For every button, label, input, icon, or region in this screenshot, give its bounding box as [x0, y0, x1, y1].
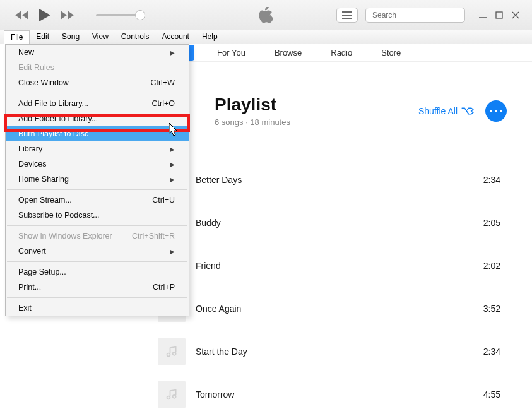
menu-view[interactable]: View [86, 30, 115, 44]
menu-item-close-window[interactable]: Close WindowCtrl+W [6, 75, 189, 90]
song-row[interactable]: Better Days2:34 [145, 158, 532, 201]
maximize-button[interactable] [495, 11, 503, 19]
play-button[interactable] [39, 9, 50, 21]
song-row[interactable]: Buddy2:05 [145, 201, 532, 244]
playback-controls [0, 9, 140, 21]
song-artwork-icon [158, 381, 186, 408]
apple-logo-icon [259, 7, 273, 23]
menu-item-label: Home Sharing [18, 175, 69, 184]
menu-separator [7, 225, 187, 226]
menu-item-exit[interactable]: Exit [6, 300, 189, 316]
menu-item-edit-rules: Edit Rules [6, 60, 189, 75]
menu-item-label: Add Folder to Library... [18, 114, 98, 123]
tab-store[interactable]: Store [375, 45, 407, 61]
song-row[interactable]: Start the Day2:34 [145, 330, 532, 373]
menu-item-label: New [18, 48, 34, 57]
tab-for-you[interactable]: For You [211, 45, 252, 61]
next-track-button[interactable] [61, 11, 74, 20]
menu-item-label: Page Setup... [18, 268, 66, 276]
menu-item-new[interactable]: New▶ [6, 45, 189, 60]
submenu-arrow-icon: ▶ [170, 49, 175, 56]
menu-item-open-stream[interactable]: Open Stream...Ctrl+U [6, 192, 189, 208]
song-name: Start the Day [196, 346, 473, 357]
menu-item-print[interactable]: Print...Ctrl+P [6, 280, 189, 295]
menu-item-label: Convert [18, 247, 46, 256]
song-row[interactable]: Tomorrow4:55 [145, 373, 532, 414]
menu-item-label: Print... [18, 283, 41, 292]
menu-help[interactable]: Help [196, 30, 224, 44]
song-row[interactable]: Friend2:02 [145, 244, 532, 287]
shuffle-icon [461, 106, 474, 116]
menu-item-devices[interactable]: Devices▶ [6, 157, 189, 172]
menu-controls[interactable]: Controls [115, 30, 156, 44]
playlist-subtitle: 6 songs · 18 minutes [215, 117, 290, 127]
volume-slider[interactable] [96, 14, 140, 16]
menu-item-label: Show in Windows Explorer [18, 232, 112, 240]
song-duration: 2:34 [483, 346, 500, 357]
menu-edit[interactable]: Edit [30, 30, 56, 44]
song-name: Tomorrow [196, 389, 473, 399]
song-name: Buddy [196, 218, 473, 228]
menu-item-burn-playlist-to-disc[interactable]: Burn Playlist to Disc [6, 126, 189, 141]
submenu-arrow-icon: ▶ [170, 176, 175, 183]
song-duration: 4:55 [483, 389, 500, 399]
menu-item-shortcut: Ctrl+W [150, 78, 175, 87]
toolbar-right [336, 8, 532, 23]
menu-item-subscribe-to-podcast[interactable]: Subscribe to Podcast... [6, 208, 189, 223]
shuffle-label-text: Shuffle All [418, 106, 458, 116]
playlist-title: Playlist [215, 95, 290, 115]
menu-separator [7, 189, 187, 190]
menu-separator [7, 93, 187, 93]
menu-song[interactable]: Song [56, 30, 86, 44]
submenu-arrow-icon: ▶ [170, 161, 175, 168]
search-field[interactable] [372, 11, 467, 20]
menu-item-shortcut: Ctrl+U [152, 196, 175, 204]
window-controls [479, 8, 519, 19]
song-name: Friend [196, 261, 473, 271]
minimize-button[interactable] [479, 11, 487, 19]
song-duration: 3:52 [483, 304, 500, 314]
menu-item-add-folder-to-library[interactable]: Add Folder to Library... [6, 111, 189, 126]
song-row[interactable]: Once Again3:52 [145, 287, 532, 330]
more-actions-button[interactable] [485, 100, 507, 122]
menu-separator [7, 261, 187, 262]
menu-item-add-file-to-library[interactable]: Add File to Library...Ctrl+O [6, 96, 189, 111]
close-button[interactable] [512, 11, 519, 19]
prev-track-button[interactable] [15, 11, 29, 20]
menu-item-library[interactable]: Library▶ [6, 141, 189, 157]
svg-rect-3 [496, 12, 502, 18]
submenu-arrow-icon: ▶ [170, 248, 175, 255]
menu-item-convert[interactable]: Convert▶ [6, 244, 189, 259]
menu-item-label: Open Stream... [18, 196, 72, 204]
menu-file[interactable]: File [4, 30, 30, 44]
song-duration: 2:34 [483, 175, 500, 185]
playlist-header: Playlist 6 songs · 18 minutes Shuffle Al… [145, 95, 532, 127]
nav-tabs: aryFor YouBrowseRadioStore [145, 44, 532, 62]
menu-item-shortcut: Ctrl+Shift+R [132, 232, 175, 240]
song-list: Better Days2:34Buddy2:05Friend2:02Once A… [145, 158, 532, 414]
menu-account[interactable]: Account [156, 30, 196, 44]
menu-bar: FileEditSongViewControlsAccountHelp [0, 30, 532, 44]
playlist-actions: Shuffle All [418, 100, 507, 122]
menu-item-show-in-windows-explorer: Show in Windows ExplorerCtrl+Shift+R [6, 228, 189, 244]
menu-item-label: Exit [18, 304, 32, 312]
tab-radio[interactable]: Radio [324, 45, 358, 61]
top-toolbar [0, 0, 532, 30]
menu-item-label: Add File to Library... [18, 99, 88, 108]
song-artwork-icon [158, 338, 186, 365]
file-menu-dropdown: New▶Edit RulesClose WindowCtrl+WAdd File… [5, 44, 189, 316]
menu-item-label: Library [18, 145, 42, 153]
menu-item-home-sharing[interactable]: Home Sharing▶ [6, 172, 189, 187]
tab-browse[interactable]: Browse [268, 45, 308, 61]
menu-item-label: Close Window [18, 78, 69, 87]
song-name: Better Days [196, 175, 473, 185]
menu-item-shortcut: Ctrl+P [153, 283, 175, 292]
menu-item-label: Edit Rules [18, 63, 54, 72]
menu-separator [7, 297, 187, 298]
search-input[interactable] [365, 8, 465, 23]
menu-item-label: Burn Playlist to Disc [18, 129, 88, 138]
shuffle-all-button[interactable]: Shuffle All [418, 106, 474, 116]
menu-item-page-setup[interactable]: Page Setup... [6, 264, 189, 280]
playlist-area: Playlist 6 songs · 18 minutes Shuffle Al… [145, 63, 532, 414]
list-view-button[interactable] [336, 8, 358, 23]
